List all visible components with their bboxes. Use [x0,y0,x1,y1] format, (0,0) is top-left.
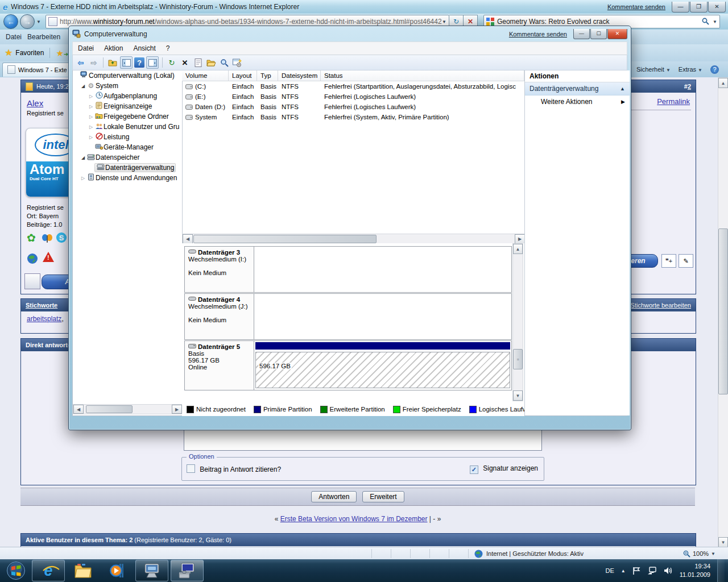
network-icon[interactable] [647,567,657,575]
post-number[interactable]: #2 [684,83,691,90]
tree-item-lokale-benutzer[interactable]: Lokale Benutzer und Gru [104,123,179,131]
cm-diskmgmt-wizard-icon[interactable] [231,57,243,68]
taskbar-device-window[interactable] [135,560,168,581]
actions-more-item[interactable]: Weitere Aktionen▶ [525,95,630,108]
disk4-region[interactable] [254,294,511,339]
taskbar-explorer[interactable] [67,560,99,581]
ie-menu-bearbeiten[interactable]: Bearbeiten [27,33,60,41]
disk3-region[interactable] [254,247,511,292]
tree-item-geraete-manager[interactable]: Geräte-Manager [104,143,154,151]
tree-item-datentraegerverwaltung[interactable]: Datenträgerverwaltung [105,164,174,172]
search-magnifier-icon[interactable] [702,18,709,26]
cm-menu-aktion[interactable]: Aktion [99,44,128,52]
address-dropdown[interactable]: ▼ [442,19,446,24]
disk-vscrollbar[interactable]: ▲ ≡ ▼ [512,243,523,401]
cm-minimize-button[interactable]: — [573,29,590,39]
cm-maximize-button[interactable]: ☐ [590,29,607,39]
ie-restore-button[interactable]: ❐ [690,2,708,13]
volume-row-system[interactable]: System EinfachBasis NTFSFehlerfrei (Syst… [182,112,524,122]
language-indicator[interactable]: DE [606,567,614,574]
taskbar-clock[interactable]: 19:34 11.01.2009 [680,562,710,579]
stichworte-edit-link[interactable]: Stichworte bearbeiten [631,302,691,309]
ie-menu-datei[interactable]: Datei [6,33,22,41]
taskbar-internet-explorer[interactable]: e [32,560,65,581]
tree-item-freigegebene-ordner[interactable]: Freigegebene Ordner [104,113,169,120]
back-button[interactable]: ← [3,14,18,29]
tab-windows7-thread[interactable]: Windows 7 - Exte [2,63,72,77]
computer-management-window[interactable]: Computerverwaltung Kommentare senden — ☐… [68,26,631,430]
cm-properties-icon[interactable] [192,57,204,68]
quote-in-reply-checkbox[interactable] [187,464,195,473]
disk3-block[interactable]: Datenträger 3 Wechselmedium (I:) Kein Me… [184,246,512,293]
tree-item-system[interactable]: System [96,82,118,90]
msn-butterfly-icon[interactable] [42,234,53,244]
console-tree[interactable]: Computerverwaltung (Lokal) ◢⚙System ▷Auf… [73,70,183,415]
cm-refresh-icon[interactable]: ↻ [166,57,177,68]
cm-menu-ansicht[interactable]: Ansicht [128,44,160,52]
volume-icon[interactable] [664,567,673,575]
cm-delete-icon[interactable]: ✕ [179,57,191,68]
help-menu[interactable]: ? [710,65,719,74]
taskbar-media-player[interactable] [101,560,133,581]
cm-find-icon[interactable] [218,57,230,68]
tree-item-aufgabenplanung[interactable]: Aufgabenplanung [104,92,157,100]
search-options-dropdown[interactable]: ▼ [713,19,717,24]
permalink-link[interactable]: Permalink [657,97,690,106]
cm-forward-icon[interactable]: ⇨ [88,57,100,68]
disk4-block[interactable]: Datenträger 4 Wechselmedium (J:) Kein Me… [184,293,512,340]
cm-show-tree-icon[interactable] [120,56,133,69]
cm-up-folder-icon[interactable] [107,57,118,68]
tag-link-arbeitsplatz[interactable]: arbeitsplatz [27,315,61,323]
zoom-magnifier-icon[interactable] [683,550,690,558]
author-link[interactable]: Alex [27,98,43,108]
tree-item-datenspeicher[interactable]: Datenspeicher [96,153,139,161]
zoom-level[interactable]: 100% [693,550,709,557]
tree-item-dienste[interactable]: Dienste und Anwendungen [96,174,177,182]
extras-menu[interactable]: Extras ▼ [679,66,702,73]
volume-list[interactable]: VolumeLayout TypDateisystem Status (C:) … [182,70,524,234]
show-signature-checkbox[interactable]: ✓ [470,465,478,474]
cm-feedback-link[interactable]: Kommentare senden [509,31,567,38]
start-button[interactable] [2,560,30,581]
scroll-thumb[interactable] [718,228,728,394]
homepage-globe-icon[interactable] [27,253,38,264]
taskbar-computer-management[interactable] [171,560,204,581]
favorites-button[interactable]: Favoriten [15,49,44,57]
disk5-partition-body[interactable]: 596.17 GB [255,352,510,388]
scroll-up-button[interactable]: ▲ [718,78,728,88]
action-center-flag-icon[interactable] [632,567,640,575]
show-desktop-button[interactable] [717,559,725,582]
antworten-button[interactable]: Antworten [311,491,357,502]
ie-feedback-link[interactable]: Kommentare senden [607,3,665,10]
actions-group-diskmgmt[interactable]: Datenträgerverwaltung▲ [525,82,630,95]
cm-back-icon[interactable]: ⇦ [75,57,86,68]
add-favorite-icon[interactable]: ★➜ [56,49,68,57]
cm-close-button[interactable]: ✕ [607,29,627,39]
volume-row-c[interactable]: (C:) EinfachBasis NTFSFehlerfrei (Startp… [182,81,524,92]
recent-pages-dropdown[interactable]: ▼ [36,19,41,24]
zoom-dropdown[interactable]: ▼ [711,551,715,556]
cm-menu-datei[interactable]: Datei [73,44,99,52]
volume-list-header[interactable]: VolumeLayout TypDateisystem Status [182,70,524,81]
cm-titlebar[interactable]: Computerverwaltung Kommentare senden — ☐… [72,26,627,41]
erweitert-button[interactable]: Erweitert [362,491,404,502]
cm-open-icon[interactable] [205,57,217,68]
ie-close-button[interactable]: ✕ [708,2,726,13]
skype-icon[interactable]: S [56,232,67,243]
cm-help-icon[interactable]: ? [134,57,144,68]
ie-minimize-button[interactable]: — [672,2,689,13]
stichworte-header-link[interactable]: Stichworte [26,302,57,309]
disk5-partition[interactable]: 596.17 GB [254,341,511,390]
icq-icon[interactable]: ✿ [27,232,36,243]
volume-row-daten[interactable]: Daten (D:) EinfachBasis NTFSFehlerfrei (… [182,102,524,112]
search-input-value[interactable]: Geometry Wars: Retro Evolved crack [497,18,610,26]
page-scrollbar[interactable]: ▲ ▼ [718,77,728,547]
scroll-down-button[interactable]: ▼ [718,537,728,547]
collapse-arrow-icon[interactable]: ▲ [620,86,625,92]
multiquote-button[interactable]: ❞+ [661,254,676,268]
tree-item-leistung[interactable]: Leistung [104,133,129,141]
tree-item-ereignisanzeige[interactable]: Ereignisanzeige [104,102,152,110]
volume-row-e[interactable]: (E:) EinfachBasis NTFSFehlerfrei (Logisc… [182,92,524,102]
hidden-icons-arrow[interactable]: ▲ [621,568,626,573]
cm-menu-hilfe[interactable]: ? [161,44,175,52]
